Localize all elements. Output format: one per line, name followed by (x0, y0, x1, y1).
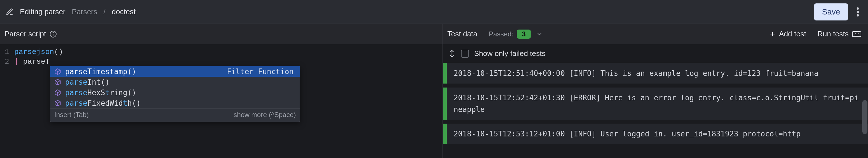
more-menu-button[interactable] (855, 5, 861, 19)
autocomplete-popup[interactable]: parseTimestamp() Filter Function parseIn… (50, 66, 300, 122)
passed-label: Passed: (489, 30, 514, 38)
test-row[interactable]: 2018-10-15T12:51:40+00:00 [INFO] This is… (443, 63, 868, 84)
plus-icon (769, 30, 776, 38)
right-pane: Test data Passed: 3 Add test Run tests (443, 24, 868, 158)
header-left: Editing parser Parsers / doctest (6, 7, 814, 16)
left-pane-title: Parser script (4, 30, 46, 38)
breadcrumb-name[interactable]: doctest (112, 7, 135, 16)
chevron-down-icon[interactable] (536, 31, 543, 37)
cube-icon (54, 89, 61, 96)
autocomplete-label: parseInt() (65, 78, 110, 86)
editor-code[interactable]: parsejson() | parseT (14, 47, 63, 66)
cube-icon (54, 79, 61, 86)
passed-count-badge: 3 (517, 30, 531, 39)
right-pane-header: Test data Passed: 3 Add test Run tests (443, 24, 868, 44)
line-number: 1 (0, 47, 11, 57)
autocomplete-label: parseHexString() (65, 88, 136, 97)
test-row[interactable]: 2018-10-15T12:53:12+01:00 [INFO] User lo… (443, 124, 868, 144)
token-partial: parseT (23, 57, 50, 66)
autocomplete-label: parseTimestamp() (65, 67, 136, 76)
test-list: 2018-10-15T12:51:40+00:00 [INFO] This is… (443, 63, 868, 158)
test-row[interactable]: 2018-10-15T12:52:42+01:30 [ERROR] Here i… (443, 88, 868, 120)
svg-point-5 (53, 32, 54, 33)
run-tests-label: Run tests (817, 30, 849, 38)
code-editor[interactable]: 1 2 parsejson() | parseT parseTimestamp(… (0, 44, 442, 158)
right-pane-title: Test data (447, 30, 477, 38)
autocomplete-item[interactable]: parseTimestamp() Filter Function (50, 66, 300, 77)
autocomplete-item[interactable]: parseFixedWidth() (50, 98, 300, 108)
expand-collapse-icon[interactable] (448, 49, 456, 59)
keyboard-icon (852, 30, 861, 38)
test-text: 2018-10-15T12:52:42+01:30 [ERROR] Here i… (454, 92, 861, 115)
svg-point-0 (857, 7, 859, 10)
autocomplete-meta: Filter Function (227, 67, 296, 76)
page-title: Editing parser (20, 7, 65, 16)
autocomplete-hint-insert: Insert (Tab) (54, 111, 89, 119)
code-line[interactable]: parsejson() (14, 47, 63, 57)
right-pane-actions: Add test Run tests (769, 30, 861, 38)
token-paren: () (54, 48, 63, 56)
autocomplete-item[interactable]: parseHexString() (50, 87, 300, 98)
editor-gutter: 1 2 (0, 44, 11, 66)
info-icon[interactable] (50, 30, 57, 38)
token-pipe: | (14, 57, 23, 66)
autocomplete-item[interactable]: parseInt() (50, 77, 300, 87)
svg-point-1 (857, 11, 859, 13)
only-failed-label: Show only failed tests (474, 49, 546, 58)
test-text: 2018-10-15T12:51:40+00:00 [INFO] This is… (454, 68, 818, 79)
add-test-button[interactable]: Add test (769, 30, 806, 38)
svg-rect-8 (852, 32, 861, 37)
cube-icon (54, 68, 61, 75)
breadcrumb-parsers[interactable]: Parsers (72, 7, 97, 16)
save-button[interactable]: Save (814, 3, 848, 21)
breadcrumb-sep: / (103, 7, 105, 16)
test-text: 2018-10-15T12:53:12+01:00 [INFO] User lo… (454, 128, 801, 139)
run-tests-button[interactable]: Run tests (817, 30, 861, 38)
autocomplete-hint-more[interactable]: show more (^Space) (234, 111, 296, 119)
code-line[interactable]: | parseT (14, 57, 63, 66)
svg-point-2 (857, 14, 859, 17)
only-failed-checkbox[interactable] (461, 50, 469, 58)
autocomplete-footer: Insert (Tab) show more (^Space) (50, 108, 300, 122)
token-func: parsejson (14, 48, 54, 56)
left-pane-header: Parser script (0, 24, 442, 44)
add-test-label: Add test (779, 30, 806, 38)
pencil-icon (6, 8, 13, 16)
scrollbar-thumb[interactable] (862, 100, 867, 134)
test-filter-bar: Show only failed tests (443, 44, 868, 63)
autocomplete-label: parseFixedWidth() (65, 99, 141, 107)
cube-icon (54, 100, 61, 106)
line-number: 2 (0, 57, 11, 66)
left-pane: Parser script 1 2 parsejson() | parseT p… (0, 24, 443, 158)
header-bar: Editing parser Parsers / doctest Save (0, 0, 868, 24)
